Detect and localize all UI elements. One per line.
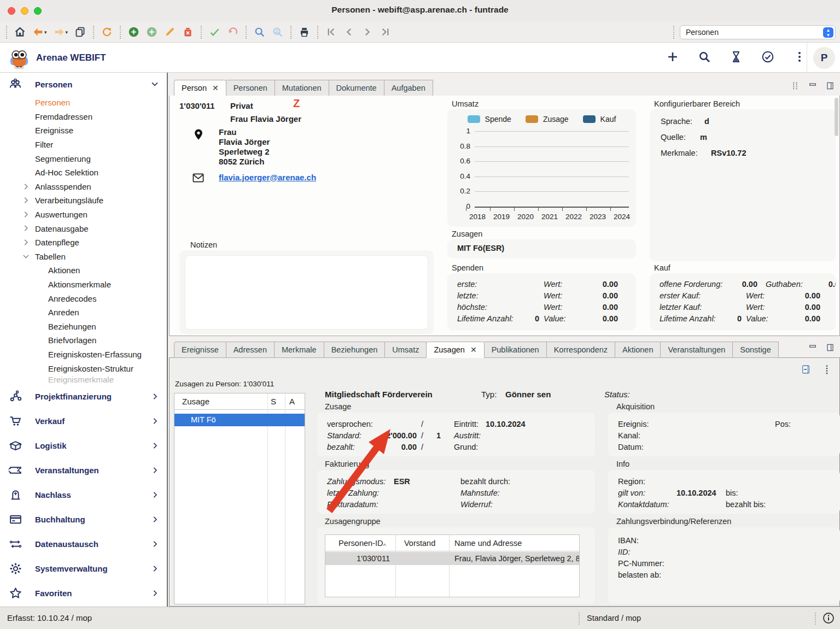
nav-next-icon[interactable] [358, 25, 376, 39]
sidebar-item-datenpflege[interactable]: Datenpflege [0, 236, 167, 250]
sidebar-section-personen[interactable]: Personen [0, 73, 167, 96]
sidebar-item-tabellen[interactable]: Tabellen [0, 250, 167, 264]
search-icon[interactable] [250, 25, 269, 39]
y-axis-tick: 0.2 [448, 187, 470, 195]
column-header[interactable]: Vorstand [404, 539, 435, 548]
edit-icon[interactable] [161, 25, 179, 39]
tab-person[interactable]: Person✕ [174, 80, 226, 96]
search-advanced-icon[interactable] [269, 25, 287, 39]
close-tab-icon[interactable]: ✕ [212, 84, 219, 92]
vertical-scrollbar[interactable] [835, 98, 838, 333]
sidebar-item-ereignisse[interactable]: Ereignisse [0, 124, 167, 138]
check-circle-icon[interactable] [761, 50, 774, 65]
detail-tab-beziehungen[interactable]: Beziehungen [324, 342, 386, 358]
tab-personen[interactable]: Personen [226, 80, 275, 96]
sidebar-item-auswertungen[interactable]: Auswertungen [0, 208, 167, 222]
sidebar-item-fremdadressen[interactable]: Fremdadressen [0, 110, 167, 124]
sidebar-item-beziehungen[interactable]: Beziehungen [0, 320, 167, 334]
dots-grid-icon[interactable] [791, 81, 800, 92]
sidebar-item-filter[interactable]: Filter [0, 138, 167, 152]
sidebar-section-veranstaltungen[interactable]: Veranstaltungen [0, 458, 167, 483]
sidebar-section-logistik[interactable]: Logistik [0, 433, 167, 458]
detail-tab-korrespondenz[interactable]: Korrespondenz [547, 342, 615, 358]
detail-tab-adressen[interactable]: Adressen [226, 342, 275, 358]
sidebar-section-projektfinanzierung[interactable]: Projektfinanzierung [0, 384, 167, 409]
sidebar-section-systemverwaltung[interactable]: Systemverwaltung [0, 556, 167, 581]
detail-tab-veranstaltungen[interactable]: Veranstaltungen [661, 342, 733, 358]
add-icon[interactable] [125, 25, 143, 39]
sidebar-item-briefvorlagen[interactable]: Briefvorlagen [0, 333, 167, 348]
tab-aufgaben[interactable]: Aufgaben [384, 80, 433, 96]
tab-dokumente[interactable]: Dokumente [329, 80, 384, 96]
detail-tab-aktionen[interactable]: Aktionen [615, 342, 661, 358]
sidebar-section-nachlass[interactable]: Nachlass [0, 483, 167, 507]
table-row[interactable]: 1'030'011 Frau, Flavia Jörger, Sperletwe… [325, 552, 579, 565]
column-header[interactable]: Name und Adresse [454, 539, 522, 548]
add-secondary-icon[interactable] [143, 25, 161, 39]
info-icon[interactable] [822, 612, 835, 624]
field-value: 2'000.00 [376, 431, 417, 440]
sidebar-section-datenaustausch[interactable]: Datenaustausch [0, 532, 167, 556]
detail-tab-ereignisse[interactable]: Ereignisse [174, 342, 226, 358]
tab-mutationen[interactable]: Mutationen [275, 80, 329, 96]
sidebar-item-anreden[interactable]: Anreden [0, 305, 167, 320]
sidebar-item-personen[interactable]: Personen [0, 96, 167, 110]
undo-icon[interactable] [224, 25, 242, 39]
sidebar-item-anlassspenden[interactable]: Anlassspenden [0, 180, 167, 194]
sidebar-item-aktionen[interactable]: Aktionen [0, 263, 167, 278]
column-header[interactable]: A [289, 397, 295, 406]
hourglass-icon[interactable] [730, 50, 743, 65]
column-header[interactable]: Personen-ID ^ [339, 539, 383, 548]
close-tab-icon[interactable]: ✕ [470, 345, 477, 354]
sidebar-item-datenausgabe[interactable]: Datenausgabe [0, 221, 167, 236]
detail-tab-zusagen[interactable]: Zusagen✕ [427, 342, 484, 358]
zusagen-detail-panel: Zusagen zu Person: 1'030'011 Zusage S AM… [169, 358, 840, 607]
nav-first-icon[interactable] [322, 25, 340, 39]
detail-tab-merkmale[interactable]: Merkmale [275, 342, 324, 358]
search-icon[interactable] [698, 50, 711, 65]
zusagen-list-row[interactable]: MIT Fö [174, 414, 305, 426]
header-divider [807, 43, 807, 72]
nav-last-icon[interactable] [376, 25, 394, 39]
delete-icon[interactable] [179, 25, 197, 39]
sidebar-section-buchhaltung[interactable]: Buchhaltung [0, 507, 167, 532]
sidebar-item-ad-hoc-selektion[interactable]: Ad-Hoc Selektion [0, 166, 167, 180]
zusagen-card[interactable]: MIT Fö(ESR) [447, 239, 636, 258]
collapse-panel-icon[interactable] [801, 365, 811, 374]
maximize-panel-icon[interactable] [826, 81, 835, 92]
confirm-icon[interactable] [206, 25, 224, 39]
refresh-icon[interactable] [98, 25, 116, 39]
field-value: d [704, 117, 709, 126]
sidebar-item-aktionsmerkmale[interactable]: Aktionsmerkmale [0, 278, 167, 292]
notes-textarea[interactable] [185, 255, 428, 330]
sidebar-section-verkauf[interactable]: Verkauf [0, 409, 167, 433]
home-icon[interactable] [11, 25, 29, 39]
column-header[interactable]: Zusage [182, 397, 209, 406]
avatar[interactable]: P [813, 47, 835, 69]
maximize-panel-icon[interactable] [826, 343, 835, 354]
sidebar-item-ereignismerkmale[interactable]: Ereignismerkmale [0, 375, 167, 384]
sidebar-item-segmentierung[interactable]: Segmentierung [0, 151, 167, 166]
forward-icon[interactable]: ▾ [50, 25, 72, 39]
plus-icon[interactable] [666, 50, 679, 65]
kebab-icon[interactable] [793, 50, 806, 65]
context-select[interactable]: Personen ▲▼ [680, 25, 836, 39]
back-icon[interactable]: ▾ [29, 25, 50, 39]
copy-icon[interactable] [71, 25, 89, 39]
sidebar-item-verarbeitungsl-ufe[interactable]: Verarbeitungsläufe [0, 193, 167, 208]
toolbar-separator [6, 26, 7, 39]
detail-tab-umsatz[interactable]: Umsatz [385, 342, 427, 358]
print-icon[interactable] [295, 25, 313, 39]
minimize-panel-icon[interactable] [808, 343, 817, 354]
minimize-panel-icon[interactable] [808, 81, 817, 92]
nav-prev-icon[interactable] [340, 25, 358, 39]
kebab-icon[interactable] [822, 365, 832, 374]
detail-tab-sonstige[interactable]: Sonstige [733, 342, 778, 358]
sidebar-item-ereigniskosten-erfassung[interactable]: Ereigniskosten-Erfassung [0, 348, 167, 362]
detail-tab-publikationen[interactable]: Publikationen [485, 342, 547, 358]
sidebar-item-anredecodes[interactable]: Anredecodes [0, 291, 167, 305]
email-link[interactable]: flavia.joerger@arenae.ch [219, 173, 316, 182]
sidebar-section-favoriten[interactable]: Favoriten [0, 581, 167, 606]
sidebar-item-ereigniskosten-struktur[interactable]: Ereigniskosten-Struktur [0, 361, 167, 375]
column-header[interactable]: S [271, 397, 283, 406]
